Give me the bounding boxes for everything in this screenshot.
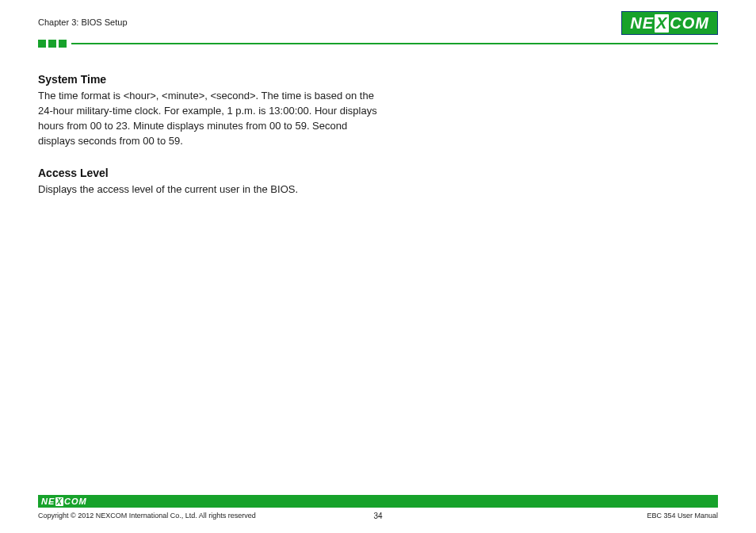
square-icon bbox=[48, 40, 56, 48]
logo-part-left: NE bbox=[41, 497, 55, 506]
logo-part-x: X bbox=[655, 14, 669, 33]
logo-part-right: COM bbox=[670, 14, 709, 33]
square-icon bbox=[59, 40, 67, 48]
main-content: System Time The time format is <hour>, <… bbox=[38, 71, 379, 213]
footer-row: Copyright © 2012 NEXCOM International Co… bbox=[38, 512, 718, 520]
header-squares-icon bbox=[38, 40, 67, 48]
footer-page-number: 34 bbox=[38, 512, 718, 520]
logo-part-left: NE bbox=[630, 14, 654, 33]
document-page: Chapter 3: BIOS Setup NEXCOM System Time… bbox=[0, 0, 756, 533]
brand-logo-header: NEXCOM bbox=[621, 11, 718, 35]
section-title-system-time: System Time bbox=[38, 71, 379, 87]
section-body-system-time: The time format is <hour>, <minute>, <se… bbox=[38, 89, 379, 148]
logo-part-right: COM bbox=[64, 497, 87, 506]
section-title-access-level: Access Level bbox=[38, 165, 379, 181]
brand-logo-footer: NEXCOM bbox=[41, 497, 87, 506]
logo-text: NEXCOM bbox=[630, 14, 709, 33]
logo-part-x: X bbox=[55, 497, 63, 506]
square-icon bbox=[38, 40, 46, 48]
header-rule bbox=[71, 43, 718, 44]
logo-box: NEXCOM bbox=[621, 11, 718, 35]
chapter-title: Chapter 3: BIOS Setup bbox=[38, 17, 128, 27]
section-body-access-level: Displays the access level of the current… bbox=[38, 182, 379, 197]
footer-bar: NEXCOM bbox=[38, 495, 718, 508]
header-divider bbox=[38, 40, 718, 48]
